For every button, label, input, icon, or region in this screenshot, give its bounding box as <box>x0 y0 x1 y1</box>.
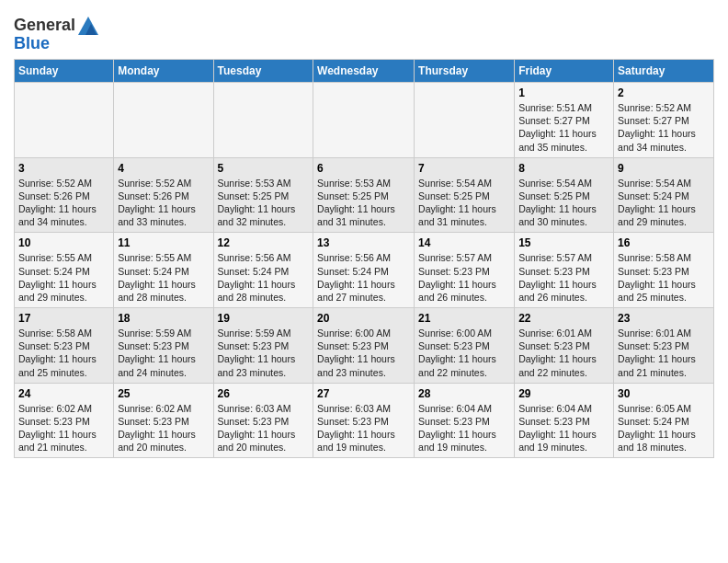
day-of-week-header: Monday <box>114 60 213 83</box>
day-info: Sunrise: 5:54 AM Sunset: 5:25 PM Dayligh… <box>518 177 609 229</box>
calendar-cell: 5Sunrise: 5:53 AM Sunset: 5:25 PM Daylig… <box>213 157 313 233</box>
day-info: Sunrise: 5:59 AM Sunset: 5:23 PM Dayligh… <box>218 327 310 379</box>
day-of-week-header: Sunday <box>15 60 114 83</box>
day-info: Sunrise: 5:59 AM Sunset: 5:23 PM Dayligh… <box>118 327 209 379</box>
day-number: 28 <box>418 387 510 400</box>
day-number: 7 <box>418 162 510 175</box>
calendar-cell: 20Sunrise: 6:00 AM Sunset: 5:23 PM Dayli… <box>313 308 415 384</box>
calendar-cell: 16Sunrise: 5:58 AM Sunset: 5:23 PM Dayli… <box>614 233 714 308</box>
day-of-week-header: Wednesday <box>313 60 415 83</box>
day-info: Sunrise: 5:53 AM Sunset: 5:25 PM Dayligh… <box>218 177 310 229</box>
day-number: 14 <box>418 236 510 249</box>
calendar-cell: 17Sunrise: 5:58 AM Sunset: 5:23 PM Dayli… <box>15 308 114 384</box>
calendar-week-row: 17Sunrise: 5:58 AM Sunset: 5:23 PM Dayli… <box>15 308 714 384</box>
calendar-week-row: 1Sunrise: 5:51 AM Sunset: 5:27 PM Daylig… <box>15 83 714 158</box>
day-number: 30 <box>618 387 710 400</box>
day-number: 15 <box>518 236 609 249</box>
calendar-week-row: 3Sunrise: 5:52 AM Sunset: 5:26 PM Daylig… <box>15 157 714 233</box>
day-info: Sunrise: 5:56 AM Sunset: 5:24 PM Dayligh… <box>317 251 410 304</box>
calendar-cell: 12Sunrise: 5:56 AM Sunset: 5:24 PM Dayli… <box>213 233 313 308</box>
calendar-cell: 22Sunrise: 6:01 AM Sunset: 5:23 PM Dayli… <box>515 308 614 384</box>
day-info: Sunrise: 5:56 AM Sunset: 5:24 PM Dayligh… <box>218 251 310 304</box>
calendar-cell: 9Sunrise: 5:54 AM Sunset: 5:24 PM Daylig… <box>614 157 714 233</box>
day-info: Sunrise: 5:57 AM Sunset: 5:23 PM Dayligh… <box>518 251 609 304</box>
calendar-header-row: SundayMondayTuesdayWednesdayThursdayFrid… <box>15 60 714 83</box>
day-number: 24 <box>18 387 109 400</box>
day-info: Sunrise: 6:05 AM Sunset: 5:24 PM Dayligh… <box>618 402 710 454</box>
day-number: 29 <box>518 387 609 400</box>
day-info: Sunrise: 6:02 AM Sunset: 5:23 PM Dayligh… <box>118 402 209 454</box>
day-info: Sunrise: 6:01 AM Sunset: 5:23 PM Dayligh… <box>618 327 710 379</box>
calendar-cell: 6Sunrise: 5:53 AM Sunset: 5:25 PM Daylig… <box>313 157 415 233</box>
day-info: Sunrise: 5:54 AM Sunset: 5:24 PM Dayligh… <box>618 177 710 229</box>
logo-text: General Blue <box>14 17 98 53</box>
day-number: 4 <box>118 162 209 175</box>
day-number: 11 <box>118 236 209 249</box>
calendar-cell: 14Sunrise: 5:57 AM Sunset: 5:23 PM Dayli… <box>415 233 515 308</box>
day-info: Sunrise: 6:03 AM Sunset: 5:23 PM Dayligh… <box>317 402 410 454</box>
calendar-cell: 11Sunrise: 5:55 AM Sunset: 5:24 PM Dayli… <box>114 233 213 308</box>
day-info: Sunrise: 6:00 AM Sunset: 5:23 PM Dayligh… <box>317 327 410 379</box>
day-of-week-header: Saturday <box>614 60 714 83</box>
day-number: 13 <box>317 236 410 249</box>
calendar-cell: 13Sunrise: 5:56 AM Sunset: 5:24 PM Dayli… <box>313 233 415 308</box>
day-info: Sunrise: 5:55 AM Sunset: 5:24 PM Dayligh… <box>118 251 209 304</box>
day-info: Sunrise: 5:52 AM Sunset: 5:27 PM Dayligh… <box>618 101 710 154</box>
day-number: 8 <box>518 162 609 175</box>
day-of-week-header: Thursday <box>415 60 515 83</box>
day-number: 21 <box>418 312 510 325</box>
day-info: Sunrise: 6:04 AM Sunset: 5:23 PM Dayligh… <box>418 402 510 454</box>
calendar-cell: 15Sunrise: 5:57 AM Sunset: 5:23 PM Dayli… <box>515 233 614 308</box>
day-number: 17 <box>18 312 109 325</box>
calendar-cell <box>213 83 313 158</box>
day-number: 12 <box>218 236 310 249</box>
day-number: 18 <box>118 312 209 325</box>
day-number: 3 <box>18 162 109 175</box>
calendar-cell: 18Sunrise: 5:59 AM Sunset: 5:23 PM Dayli… <box>114 308 213 384</box>
calendar-cell: 26Sunrise: 6:03 AM Sunset: 5:23 PM Dayli… <box>213 383 313 458</box>
day-number: 6 <box>317 162 410 175</box>
calendar-cell: 7Sunrise: 5:54 AM Sunset: 5:25 PM Daylig… <box>415 157 515 233</box>
day-of-week-header: Friday <box>515 60 614 83</box>
calendar-cell: 24Sunrise: 6:02 AM Sunset: 5:23 PM Dayli… <box>15 383 114 458</box>
day-number: 16 <box>618 236 710 249</box>
day-number: 26 <box>218 387 310 400</box>
calendar-week-row: 10Sunrise: 5:55 AM Sunset: 5:24 PM Dayli… <box>15 233 714 308</box>
calendar-cell <box>114 83 213 158</box>
calendar-cell <box>415 83 515 158</box>
day-number: 27 <box>317 387 410 400</box>
calendar-cell: 1Sunrise: 5:51 AM Sunset: 5:27 PM Daylig… <box>515 83 614 158</box>
day-number: 1 <box>518 86 609 99</box>
day-number: 9 <box>618 162 710 175</box>
day-number: 22 <box>518 312 609 325</box>
day-info: Sunrise: 6:00 AM Sunset: 5:23 PM Dayligh… <box>418 327 510 379</box>
day-info: Sunrise: 6:02 AM Sunset: 5:23 PM Dayligh… <box>18 402 109 454</box>
day-info: Sunrise: 6:04 AM Sunset: 5:23 PM Dayligh… <box>518 402 609 454</box>
day-number: 23 <box>618 312 710 325</box>
calendar-cell: 30Sunrise: 6:05 AM Sunset: 5:24 PM Dayli… <box>614 383 714 458</box>
calendar-cell: 28Sunrise: 6:04 AM Sunset: 5:23 PM Dayli… <box>415 383 515 458</box>
calendar-cell: 19Sunrise: 5:59 AM Sunset: 5:23 PM Dayli… <box>213 308 313 384</box>
calendar-cell: 10Sunrise: 5:55 AM Sunset: 5:24 PM Dayli… <box>15 233 114 308</box>
calendar-cell <box>15 83 114 158</box>
day-number: 2 <box>618 86 710 99</box>
day-info: Sunrise: 5:52 AM Sunset: 5:26 PM Dayligh… <box>18 177 109 229</box>
day-of-week-header: Tuesday <box>213 60 313 83</box>
day-info: Sunrise: 5:54 AM Sunset: 5:25 PM Dayligh… <box>418 177 510 229</box>
calendar-cell: 21Sunrise: 6:00 AM Sunset: 5:23 PM Dayli… <box>415 308 515 384</box>
calendar-cell <box>313 83 415 158</box>
calendar-week-row: 24Sunrise: 6:02 AM Sunset: 5:23 PM Dayli… <box>15 383 714 458</box>
day-info: Sunrise: 6:03 AM Sunset: 5:23 PM Dayligh… <box>218 402 310 454</box>
calendar-cell: 23Sunrise: 6:01 AM Sunset: 5:23 PM Dayli… <box>614 308 714 384</box>
day-info: Sunrise: 5:52 AM Sunset: 5:26 PM Dayligh… <box>118 177 209 229</box>
calendar-table: SundayMondayTuesdayWednesdayThursdayFrid… <box>14 59 714 458</box>
calendar-cell: 3Sunrise: 5:52 AM Sunset: 5:26 PM Daylig… <box>15 157 114 233</box>
day-info: Sunrise: 5:51 AM Sunset: 5:27 PM Dayligh… <box>518 101 609 154</box>
logo: General Blue <box>14 17 98 53</box>
day-number: 25 <box>118 387 209 400</box>
calendar-cell: 27Sunrise: 6:03 AM Sunset: 5:23 PM Dayli… <box>313 383 415 458</box>
day-info: Sunrise: 5:55 AM Sunset: 5:24 PM Dayligh… <box>18 251 109 304</box>
logo-icon <box>78 17 98 35</box>
day-number: 19 <box>218 312 310 325</box>
day-info: Sunrise: 6:01 AM Sunset: 5:23 PM Dayligh… <box>518 327 609 379</box>
